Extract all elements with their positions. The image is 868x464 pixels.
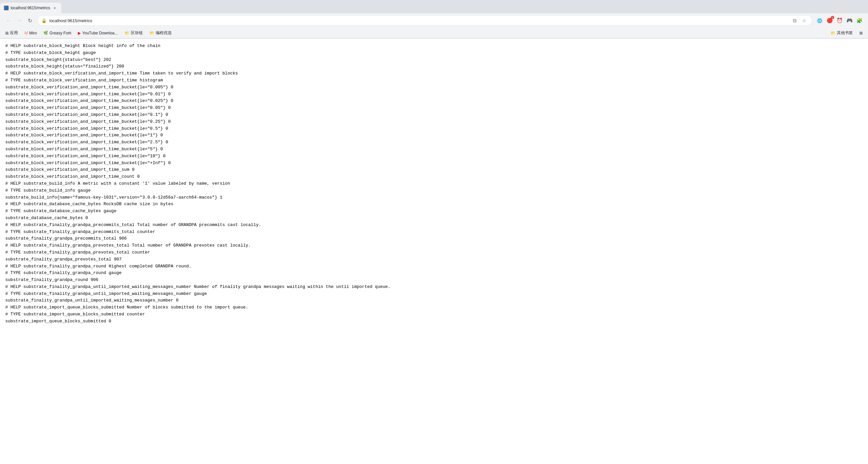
comment-line: # HELP substrate_build_info A metric wit… (5, 181, 230, 186)
bookmark-blockchain-label: 区块链 (131, 30, 143, 36)
bookmark-blockchain-folder[interactable]: 📁 区块链 (122, 29, 146, 36)
reload-button[interactable]: ↻ (25, 16, 34, 25)
metric-line: substrate_finality_grandpa_prevotes_tota… (5, 257, 122, 262)
puzzle-button[interactable]: 🧩 (855, 16, 864, 25)
bookmark-star-icon[interactable]: ☆ (800, 16, 808, 25)
comment-line: # HELP substrate_finality_grandpa_prevot… (5, 243, 251, 248)
metric-line: substrate_block_verification_and_import_… (5, 133, 163, 138)
address-bar-icons: ⊟ ☆ (791, 16, 808, 25)
comment-line: # TYPE substrate_block_height gauge (5, 50, 96, 55)
metric-line: substrate_block_verification_and_import_… (5, 92, 170, 97)
metric-line: substrate_block_verification_and_import_… (5, 119, 170, 124)
comment-line: # HELP substrate_import_queue_blocks_sub… (5, 305, 248, 310)
metric-line: substrate_finality_grandpa_round 906 (5, 277, 98, 282)
bookmark-programming-folder[interactable]: 📁 编程优选 (147, 29, 174, 36)
comment-line: # TYPE substrate_finality_grandpa_precom… (5, 229, 155, 234)
metric-line: substrate_block_verification_and_import_… (5, 140, 168, 145)
metric-line: substrate_block_height{status="best"} 20… (5, 57, 111, 62)
blockchain-folder-icon: 📁 (125, 31, 129, 35)
comment-line: # TYPE substrate_finality_grandpa_until_… (5, 291, 207, 296)
metric-line: substrate_import_queue_blocks_submitted … (5, 319, 111, 324)
metric-line: substrate_block_verification_and_import_… (5, 126, 168, 131)
tab-close-button[interactable]: ✕ (52, 5, 57, 10)
metric-line: substrate_block_verification_and_import_… (5, 112, 168, 117)
active-tab[interactable]: 🔵 localhost:9615/metrics ✕ (0, 3, 61, 13)
metric-line: substrate_block_verification_and_import_… (5, 146, 163, 152)
browser-actions: 🌐 🔴 1 ⏰ 🎮 🧩 (815, 16, 864, 25)
comment-line: # TYPE substrate_import_queue_blocks_sub… (5, 312, 145, 317)
browser-chrome: 🔵 localhost:9615/metrics ✕ ← → ↻ 🔒 ⊟ ☆ 🌐… (0, 0, 868, 39)
tab-bar: 🔵 localhost:9615/metrics ✕ (0, 0, 868, 13)
bookmarks-bar-toggle[interactable]: ⊞ (857, 29, 865, 36)
metric-line: substrate_finality_grandpa_until_importe… (5, 298, 179, 303)
bookmark-greasy-fork[interactable]: 🌿 Greasy Fork (41, 30, 74, 36)
metric-line: substrate_block_verification_and_import_… (5, 174, 140, 179)
metric-line: substrate_block_verification_and_import_… (5, 154, 166, 159)
bookmark-greasy-fork-label: Greasy Fork (49, 31, 71, 35)
nav-buttons: ← → ↻ (4, 16, 34, 25)
metric-line: substrate_build_info{name="famous-key-10… (5, 195, 222, 200)
comment-line: # HELP substrate_block_verification_and_… (5, 71, 238, 76)
translate-button[interactable]: 🌐 (815, 16, 824, 25)
metric-line: substrate_database_cache_bytes 0 (5, 216, 88, 221)
metric-line: substrate_block_height{status="finalized… (5, 64, 124, 69)
bookmark-programming-label: 编程优选 (156, 30, 172, 36)
metrics-page-content: # HELP substrate_block_height Block heig… (0, 39, 868, 329)
address-input[interactable] (49, 18, 788, 23)
forward-button[interactable]: → (14, 16, 24, 25)
comment-line: # HELP substrate_database_cache_bytes Ro… (5, 202, 173, 206)
other-bookmarks[interactable]: 📁 其他书签 (828, 29, 856, 36)
back-button[interactable]: ← (4, 16, 13, 25)
other-bookmarks-label: 其他书签 (837, 30, 853, 36)
comment-line: # TYPE substrate_finality_grandpa_round … (5, 270, 122, 275)
comment-line: # TYPE substrate_block_verification_and_… (5, 78, 163, 83)
comment-line: # TYPE substrate_database_cache_bytes ga… (5, 208, 116, 213)
bookmark-apps-label: 应用 (10, 30, 18, 36)
comment-line: # HELP substrate_finality_grandpa_round … (5, 264, 191, 269)
extension-button-1[interactable]: 🔴 1 (825, 16, 834, 25)
bookmarks-bar: ⊞ 应用 M Miro 🌿 Greasy Fork ▶ YouTube Down… (0, 28, 868, 38)
other-bookmarks-icon: 📁 (831, 31, 836, 35)
bookmarks-toggle-icon: ⊞ (859, 31, 863, 35)
metric-line: substrate_block_verification_and_import_… (5, 85, 173, 90)
metric-line: substrate_block_verification_and_import_… (5, 98, 173, 103)
bookmark-youtube[interactable]: ▶ YouTube Downloa... (75, 30, 120, 36)
extension-badge: 1 (831, 16, 834, 19)
comment-line: # HELP substrate_finality_grandpa_precom… (5, 222, 261, 227)
miro-icon: M (25, 31, 28, 35)
tab-favicon: 🔵 (4, 6, 9, 10)
comment-line: # TYPE substrate_build_info gauge (5, 188, 90, 193)
address-bar[interactable]: 🔒 ⊟ ☆ (37, 15, 812, 26)
bookmark-apps[interactable]: ⊞ 应用 (3, 29, 21, 36)
bookmark-miro[interactable]: M Miro (22, 30, 39, 36)
metric-line: substrate_block_verification_and_import_… (5, 105, 170, 110)
bookmark-miro-label: Miro (29, 31, 37, 35)
metric-line: substrate_finality_grandpa_precommits_to… (5, 236, 127, 241)
comment-line: # HELP substrate_block_height Block heig… (5, 43, 160, 48)
translate-icon[interactable]: ⊟ (791, 16, 799, 25)
metric-line: substrate_block_verification_and_import_… (5, 161, 170, 165)
programming-folder-icon: 📁 (149, 31, 154, 35)
greasy-fork-icon: 🌿 (43, 31, 48, 35)
bookmark-youtube-label: YouTube Downloa... (82, 31, 118, 35)
clock-button[interactable]: ⏰ (835, 16, 844, 25)
bookmarks-right: 📁 其他书签 ⊞ (828, 29, 865, 36)
toolbar: ← → ↻ 🔒 ⊟ ☆ 🌐 🔴 1 ⏰ 🎮 🧩 (0, 13, 868, 28)
game-button[interactable]: 🎮 (845, 16, 854, 25)
comment-line: # TYPE substrate_finality_grandpa_prevot… (5, 250, 150, 255)
metric-line: substrate_block_verification_and_import_… (5, 167, 134, 172)
youtube-icon: ▶ (78, 31, 81, 35)
apps-icon: ⊞ (5, 31, 9, 35)
tab-title: localhost:9615/metrics (10, 6, 50, 10)
security-icon: 🔒 (41, 18, 47, 23)
comment-line: # HELP substrate_finality_grandpa_until_… (5, 284, 390, 289)
